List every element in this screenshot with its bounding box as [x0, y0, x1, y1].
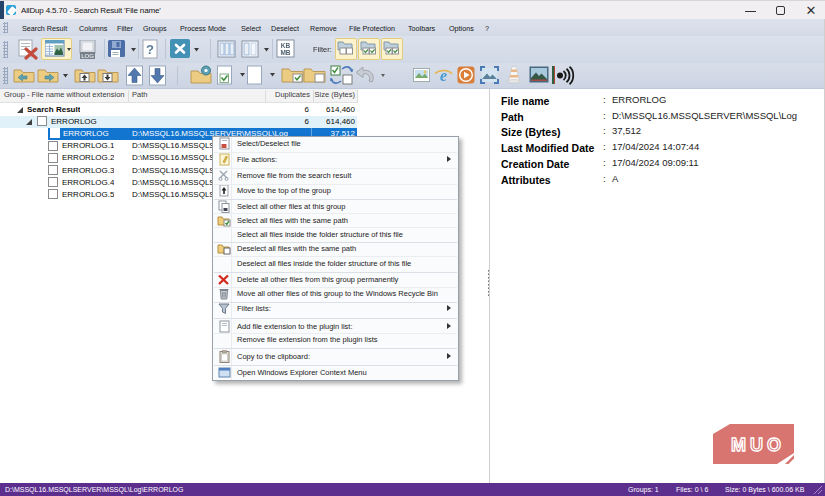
svg-text:MB: MB [280, 49, 290, 56]
svg-text:MUO: MUO [731, 435, 785, 455]
svg-text:KB: KB [281, 42, 291, 49]
svg-text:LOG: LOG [81, 53, 94, 59]
svg-text:?: ? [146, 42, 154, 57]
svg-text:e: e [440, 67, 447, 84]
